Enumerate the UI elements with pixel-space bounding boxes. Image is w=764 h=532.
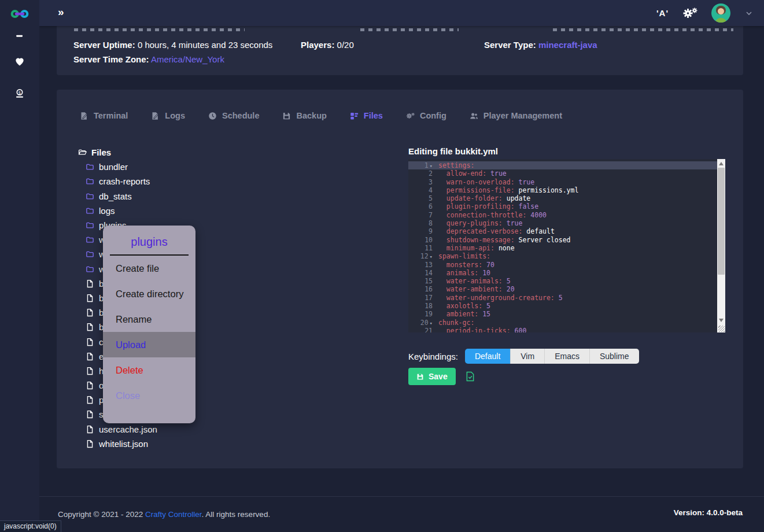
code-line: 11 minimum-api: none: [408, 244, 717, 252]
line-number: 7: [408, 211, 434, 219]
scroll-down-arrow-icon[interactable]: [719, 319, 724, 322]
keybinding-vim[interactable]: Vim: [510, 349, 544, 364]
keybinding-sublime[interactable]: Sublime: [589, 349, 639, 364]
tab-label: Backup: [296, 111, 326, 120]
tab-player-management[interactable]: Player Management: [470, 111, 562, 120]
heart-icon[interactable]: [14, 56, 25, 67]
editor-title: Editing file bukkit.yml: [408, 146, 498, 156]
code-line: 1▾settings:: [408, 161, 717, 169]
language-icon[interactable]: 'A': [656, 8, 669, 18]
file-tree-item[interactable]: bundler: [86, 160, 157, 174]
line-number: 13: [408, 261, 434, 269]
footer-divider: [39, 496, 764, 497]
file-tree-item[interactable]: logs: [86, 204, 157, 218]
tab-schedule[interactable]: Schedule: [208, 111, 259, 120]
line-number: 12▾: [408, 252, 434, 260]
context-menu-item-close[interactable]: Close: [103, 383, 195, 408]
line-number: 15: [408, 277, 434, 285]
folder-open-icon: [78, 148, 87, 157]
code-line: 10 shutdown-message: Server closed: [408, 236, 717, 244]
file-icon: [86, 425, 94, 434]
server-stats-card: Server Uptime: 0 hours, 4 minutes and 23…: [57, 26, 743, 75]
scrollbar-thumb[interactable]: [718, 168, 725, 275]
crafty-logo-icon[interactable]: [10, 8, 29, 20]
server-type-value: minecraft-java: [538, 40, 597, 50]
server-timezone: Server Time Zone: America/New_York: [73, 54, 224, 64]
editor-scrollbar[interactable]: [717, 159, 725, 332]
tab-label: Terminal: [94, 111, 128, 120]
file-icon: [86, 352, 94, 361]
user-avatar[interactable]: [711, 3, 730, 23]
keybinding-default[interactable]: Default: [465, 349, 510, 364]
code-text: period-in-ticks: 600: [434, 327, 526, 332]
tab-terminal[interactable]: Terminal: [80, 111, 128, 120]
file-tree-item[interactable]: crash-reports: [86, 174, 157, 189]
save-row: Save: [408, 368, 475, 385]
code-text: chunk-gc:: [434, 319, 474, 327]
file-icon: [86, 410, 94, 419]
users-icon: [470, 112, 478, 120]
file-pen-icon: [151, 112, 160, 120]
line-number: 8: [408, 219, 434, 227]
file-icon: [86, 338, 94, 346]
tab-files[interactable]: Files: [350, 111, 383, 120]
floppy-icon: [282, 112, 291, 120]
footer-copyright: Copyright © 2021 - 2022 Crafty Controlle…: [58, 510, 270, 519]
code-text: minimum-api: none: [434, 244, 515, 252]
code-text: axolotls: 5: [434, 302, 490, 310]
file-tree-item[interactable]: usercache.json: [86, 422, 157, 437]
context-menu-item-create-file[interactable]: Create file: [103, 256, 195, 281]
context-menu-item-rename[interactable]: Rename: [103, 306, 195, 332]
line-number: 9: [408, 227, 434, 235]
line-number: 20▾: [408, 319, 434, 327]
code-text: query-plugins: true: [434, 219, 522, 227]
context-menu-item-create-directory[interactable]: Create directory: [103, 281, 195, 306]
keybinding-emacs[interactable]: Emacs: [544, 349, 589, 364]
fold-arrow-icon[interactable]: ▾: [429, 163, 433, 169]
tab-backup[interactable]: Backup: [282, 111, 326, 120]
code-line: 5 update-folder: update: [408, 194, 717, 202]
server-timezone-value[interactable]: America/New_York: [151, 54, 224, 64]
sidebar-collapse-button[interactable]: »: [58, 6, 64, 19]
file-check-icon[interactable]: [465, 371, 475, 382]
code-editor[interactable]: 1▾settings:2 allow-end: true3 warn-on-ov…: [408, 159, 725, 332]
tab-label: Files: [364, 111, 383, 120]
tab-logs[interactable]: Logs: [151, 111, 185, 120]
file-tree-root[interactable]: Files: [78, 145, 157, 160]
context-menu-item-upload[interactable]: Upload: [103, 332, 195, 357]
file-tree-item[interactable]: db_stats: [86, 189, 157, 204]
copyright-suffix: . All rights reserved.: [202, 510, 271, 519]
resize-grip-icon[interactable]: [718, 326, 725, 332]
tab-label: Schedule: [222, 111, 259, 120]
file-tree-item-label: usercache.json: [99, 424, 157, 434]
file-tree-root-label: Files: [91, 147, 111, 157]
scroll-up-arrow-icon[interactable]: [719, 162, 724, 165]
tab-config[interactable]: Config: [406, 111, 446, 120]
donate-icon[interactable]: $: [14, 88, 25, 99]
code-line: 4 permissions-file: permissions.yml: [408, 186, 717, 194]
line-number: 18: [408, 302, 434, 310]
tab-label: Player Management: [484, 111, 562, 120]
chevron-down-icon[interactable]: [744, 9, 754, 18]
settings-gears-icon[interactable]: [682, 7, 697, 20]
code-text: deprecated-verbose: default: [434, 227, 555, 235]
file-tree-item[interactable]: whitelist.json: [86, 437, 157, 451]
server-type: Server Type: minecraft-java: [484, 40, 597, 50]
line-number: 1▾: [408, 161, 434, 169]
fold-arrow-icon[interactable]: ▾: [429, 254, 433, 260]
code-text: water-animals: 5: [434, 277, 511, 285]
fold-arrow-icon[interactable]: ▾: [429, 320, 433, 326]
navbar-right-cluster: 'A': [656, 0, 754, 26]
code-line: 15 water-animals: 5: [408, 277, 717, 285]
code-line: 19 ambient: 15: [408, 310, 717, 318]
save-button[interactable]: Save: [408, 368, 456, 385]
context-menu-item-delete[interactable]: Delete: [103, 357, 195, 383]
folder-icon: [86, 265, 94, 274]
clipped-text-row: [360, 28, 459, 31]
server-uptime-value: 0 hours, 4 minutes and 23 seconds: [138, 40, 272, 50]
code-text: water-ambient: 20: [434, 285, 515, 293]
crafty-controller-link[interactable]: Crafty Controller: [145, 510, 202, 519]
dashboard-icon[interactable]: [14, 29, 25, 40]
file-icon: [86, 279, 94, 288]
code-text: monsters: 70: [434, 261, 494, 269]
